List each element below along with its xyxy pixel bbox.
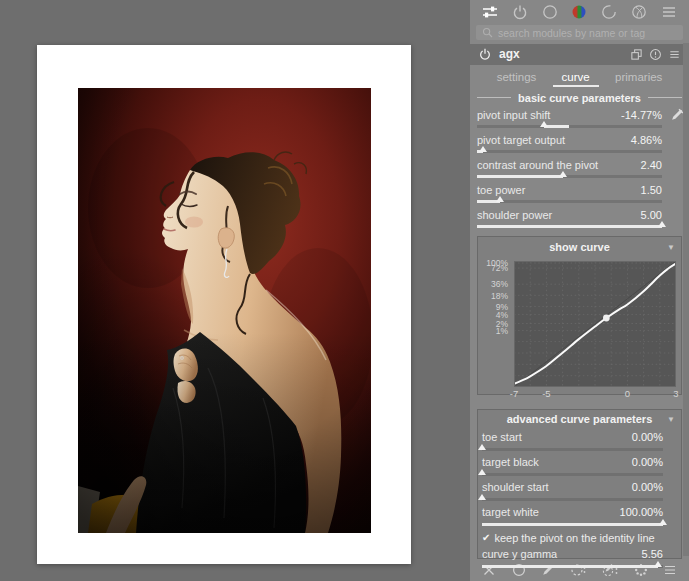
slider-marker[interactable] (659, 519, 667, 525)
slider-marker[interactable] (478, 444, 486, 450)
slider-track[interactable] (477, 150, 662, 153)
active-modules-filter-icon[interactable] (479, 1, 501, 23)
slider-label: shoulder start (482, 481, 632, 493)
module-groups-toolbar (470, 0, 689, 23)
search-placeholder: search modules by name or tag (498, 27, 645, 39)
basic-section-header[interactable]: basic curve parameters (470, 89, 689, 106)
y-axis-label: 72% (491, 264, 508, 273)
module-power-icon[interactable] (478, 47, 492, 61)
y-axis-labels: 100%72%36%18%9%4%2%1% (478, 261, 511, 387)
slider-value: 0.00% (632, 481, 663, 493)
x-axis-label: -5 (542, 388, 550, 399)
slider-track[interactable] (482, 448, 663, 451)
slider-pivot-input-shift[interactable]: pivot input shift-14.77% (470, 106, 689, 131)
slider-marker[interactable] (496, 196, 504, 202)
module-title: agx (499, 47, 520, 61)
checkbox-label: keep the pivot on the identity line (494, 532, 654, 544)
module-presets-icon[interactable] (668, 48, 681, 61)
slider-track[interactable] (477, 175, 662, 178)
slider-contrast-around-the-pivot[interactable]: contrast around the pivot2.40 (470, 156, 689, 181)
color-group-icon[interactable] (568, 1, 590, 23)
effect-group-icon[interactable] (628, 1, 650, 23)
slider-shoulder-start[interactable]: shoulder start0.00% (478, 479, 681, 504)
power-group-icon[interactable] (509, 1, 531, 23)
curve-graph[interactable]: 100%72%36%18%9%4%2%1% -7-503 (478, 256, 681, 393)
x-axis-label: -7 (510, 388, 518, 399)
slider-value: -14.77% (621, 109, 662, 121)
slider-track[interactable] (482, 498, 663, 501)
slider-marker[interactable] (559, 171, 567, 177)
gamma-slider-holder: curve y gamma5.56 (478, 546, 681, 572)
checkmark-icon: ✔ (482, 532, 490, 543)
slider-toe-power[interactable]: toe power1.50 (470, 181, 689, 206)
slider-target-black[interactable]: target black0.00% (478, 454, 681, 479)
slider-track[interactable] (482, 523, 663, 526)
show-curve-title: show curve (549, 241, 610, 253)
slider-marker[interactable] (478, 494, 486, 500)
x-axis-labels: -7-503 (514, 388, 676, 401)
advanced-section-header[interactable]: advanced curve parameters ▼ (478, 410, 681, 429)
slider-marker[interactable] (479, 146, 487, 152)
slider-target-white[interactable]: target white100.00% (478, 504, 681, 529)
slider-marker[interactable] (478, 469, 486, 475)
portrait-photo (78, 88, 371, 533)
base-group-icon[interactable] (539, 1, 561, 23)
correct-group-icon[interactable] (598, 1, 620, 23)
panel-scrollbar[interactable] (683, 43, 689, 556)
tab-settings[interactable]: settings (488, 67, 546, 87)
divider (477, 97, 511, 98)
slider-value: 1.50 (641, 184, 662, 196)
module-tabs: settings curve primaries (470, 65, 689, 89)
slider-toe-start[interactable]: toe start0.00% (478, 429, 681, 454)
slider-track[interactable] (477, 125, 662, 128)
multi-instance-icon[interactable] (630, 48, 643, 61)
right-panel: search modules by name or tag agx settin… (470, 0, 689, 581)
slider-label: pivot input shift (477, 109, 621, 121)
slider-curve-y-gamma[interactable]: curve y gamma5.56 (478, 546, 681, 572)
chevron-down-icon[interactable]: ▼ (667, 415, 675, 424)
show-curve-box: show curve ▼ 100%72%36%18%9%4%2%1% -7-50… (477, 236, 682, 394)
slider-value: 100.00% (620, 506, 663, 518)
module-header-actions (630, 48, 681, 61)
chevron-down-icon[interactable]: ▼ (667, 242, 675, 251)
tab-curve[interactable]: curve (553, 67, 599, 87)
slider-label: pivot target output (477, 134, 631, 146)
image-canvas[interactable] (0, 0, 470, 581)
slider-track[interactable] (482, 473, 663, 476)
slider-pivot-target-output[interactable]: pivot target output4.86% (470, 131, 689, 156)
keep-pivot-checkbox[interactable]: ✔ keep the pivot on the identity line (478, 529, 681, 546)
x-axis-label: 0 (625, 388, 630, 399)
slider-value: 0.00% (632, 456, 663, 468)
divider (648, 97, 682, 98)
module-search-input[interactable]: search modules by name or tag (476, 25, 683, 40)
slider-label: toe start (482, 431, 632, 443)
slider-track[interactable] (477, 200, 662, 203)
slider-value: 0.00% (632, 431, 663, 443)
presets-menu-icon[interactable] (658, 1, 680, 23)
print-page (37, 45, 411, 564)
slider-value: 5.56 (642, 548, 663, 560)
search-icon (482, 27, 493, 38)
slider-label: shoulder power (477, 209, 641, 221)
y-axis-label: 1% (496, 327, 508, 336)
show-curve-header[interactable]: show curve ▼ (478, 237, 681, 256)
slider-shoulder-power[interactable]: shoulder power5.00 (470, 206, 689, 231)
module-search-row: search modules by name or tag (470, 23, 689, 43)
basic-section-title: basic curve parameters (518, 92, 641, 104)
advanced-box: advanced curve parameters ▼ toe start0.0… (477, 409, 682, 559)
slider-marker[interactable] (540, 121, 548, 127)
curve-plot[interactable] (514, 261, 676, 387)
tab-primaries[interactable]: primaries (606, 67, 671, 87)
slider-value: 2.40 (641, 159, 662, 171)
slider-track[interactable] (477, 225, 662, 228)
reset-icon[interactable] (649, 48, 662, 61)
x-axis-label: 3 (673, 388, 678, 399)
slider-label: contrast around the pivot (477, 159, 641, 171)
slider-track[interactable] (482, 565, 663, 568)
advanced-section-title: advanced curve parameters (507, 413, 653, 425)
slider-marker[interactable] (654, 561, 662, 567)
slider-label: target black (482, 456, 632, 468)
slider-marker[interactable] (658, 221, 666, 227)
module-header[interactable]: agx (470, 44, 689, 65)
basic-sliders: pivot input shift-14.77%pivot target out… (470, 106, 689, 231)
